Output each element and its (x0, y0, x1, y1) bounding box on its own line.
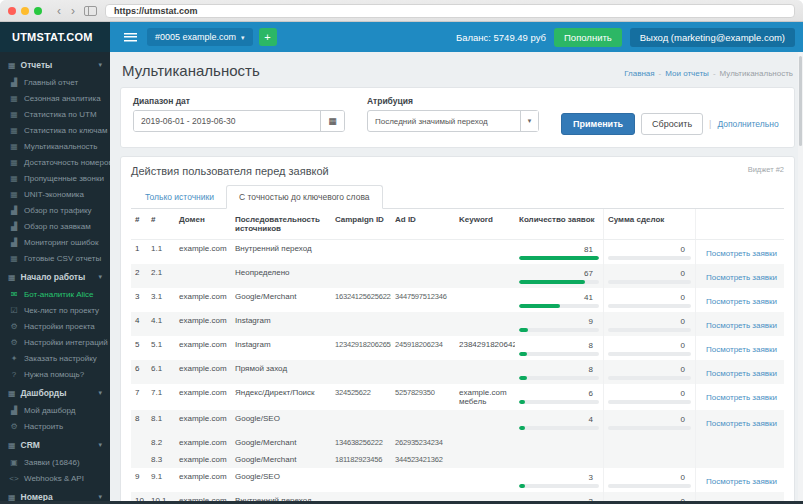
sidebar-item[interactable]: ▦Статистика по UTM (0, 106, 110, 122)
calendar-icon[interactable]: ▦ (320, 111, 344, 131)
ad-id-cell (391, 240, 455, 264)
sidebar-item-label: Статистика по UTM (24, 110, 97, 119)
scrollbar-thumb[interactable] (799, 56, 802, 146)
chevron-down-icon: ▾ (98, 61, 102, 69)
table-row[interactable]: 88.1example.comGoogle/SEO40Посмотреть за… (131, 410, 784, 434)
view-leads-link[interactable]: Посмотреть заявки (700, 292, 780, 306)
view-cell: Посмотреть заявки (695, 312, 784, 336)
project-selector[interactable]: #0005 example.com ▾ (147, 28, 253, 46)
table-row[interactable]: 22.1Неопределено670Посмотреть заявки (131, 264, 784, 288)
sidebar-section-header[interactable]: ▦Отчеты▾ (0, 54, 110, 74)
table-row[interactable]: 77.1example.comЯндекс/Директ/Поиск324525… (131, 384, 784, 410)
sidebar-item[interactable]: ▦Сезонная аналитика (0, 90, 110, 106)
sidebar-item[interactable]: ▦Пропущенные звонки (0, 170, 110, 186)
sidebar-item[interactable]: ▣Заявки (16846) (0, 454, 110, 470)
sidebar-item[interactable]: ▟Главный отчет (0, 74, 110, 90)
view-leads-link[interactable]: Посмотреть заявки (700, 388, 780, 402)
table-row[interactable]: 99.1example.comGoogle/SEO30Посмотреть за… (131, 468, 784, 492)
sidebar-item[interactable]: ⚙Настроить (0, 418, 110, 434)
sidebar-item[interactable]: ⚙Настройки интеграций (0, 334, 110, 350)
tab-inactive[interactable]: Только источники (133, 186, 226, 208)
sidebar-item[interactable]: ▦Статистика по ключам (0, 122, 110, 138)
table-row[interactable]: 8.2example.comGoogle/Merchant13463825622… (131, 434, 784, 451)
sidebar-item[interactable]: <>Webhooks & API (0, 470, 110, 486)
count-bar-track (519, 256, 599, 260)
count-bar (519, 280, 585, 284)
maximize-window-button[interactable] (34, 7, 42, 15)
date-range-input[interactable]: ▦ (133, 110, 345, 132)
apply-button[interactable]: Применить (561, 113, 635, 135)
table-row[interactable]: 11.1example.comВнутренний переход810Посм… (131, 240, 784, 264)
sum-bar-track (608, 280, 691, 284)
domain-cell: example.com (175, 410, 231, 434)
table-icon: ▦ (9, 142, 19, 151)
source-cell: Instagram (231, 312, 331, 336)
view-leads-link[interactable]: Посмотреть заявки (700, 414, 780, 428)
scrollbar[interactable] (798, 52, 803, 504)
group-number-cell: 7 (131, 384, 147, 410)
add-project-button[interactable]: + (259, 28, 277, 46)
leads-count-value: 3 (519, 473, 599, 482)
breadcrumb-link[interactable]: Главная (624, 69, 654, 78)
window-controls[interactable] (8, 7, 42, 15)
sidebar-section-header[interactable]: ▦Дашборды▾ (0, 382, 110, 402)
sidebar-item[interactable]: ▦Достаточность номеров (0, 154, 110, 170)
view-leads-link[interactable]: Посмотреть заявки (700, 340, 780, 354)
ad-id-cell (391, 360, 455, 384)
view-leads-link[interactable]: Посмотреть заявки (700, 268, 780, 282)
view-leads-link[interactable]: Посмотреть заявки (700, 364, 780, 378)
logout-button[interactable]: Выход (marketing@example.com) (630, 28, 795, 47)
grid-icon: ▦ (8, 441, 16, 450)
sidebar-item[interactable]: ▦UNIT-экономика (0, 186, 110, 202)
sidebar-item[interactable]: ▦Мультиканальность (0, 138, 110, 154)
view-leads-link[interactable]: Посмотреть заявки (700, 472, 780, 486)
app-logo[interactable]: UTMSTAT.COM (0, 22, 110, 52)
sidebar-section-header[interactable]: ▦CRM▾ (0, 434, 110, 454)
date-range-field[interactable] (134, 111, 320, 131)
deals-sum-value: 0 (608, 389, 691, 398)
topup-button[interactable]: Пополнить (554, 28, 622, 47)
sidebar-item[interactable]: ☑Чек-лист по проекту (0, 302, 110, 318)
sidebar-item[interactable]: ▟Обзор по трафику (0, 202, 110, 218)
table-row[interactable]: 55.1example.comInstagram1234291820626587… (131, 336, 784, 360)
chevron-down-icon: ▾ (98, 389, 102, 397)
sidebar-item[interactable]: ▟Обзор по заявкам (0, 218, 110, 234)
count-bar-track (519, 304, 599, 308)
sidebar-section-header[interactable]: ▦Начало работы▾ (0, 266, 110, 286)
view-leads-link[interactable]: Посмотреть заявки (700, 244, 780, 258)
sidebar-toggle-icon[interactable] (84, 6, 97, 16)
deals-sum-value: 0 (608, 317, 691, 326)
table-row[interactable]: 8.3example.comGoogle/Merchant18118292345… (131, 451, 784, 468)
table-icon: ▦ (9, 254, 19, 263)
leads-count-value: 9 (519, 317, 599, 326)
sum-bar-track (608, 484, 691, 488)
close-window-button[interactable] (8, 7, 16, 15)
sidebar-item[interactable]: ✦Заказать настройку (0, 350, 110, 366)
ad-id-cell (391, 312, 455, 336)
sidebar-item[interactable]: ⚙Настройки проекта (0, 318, 110, 334)
view-leads-link[interactable]: Посмотреть заявки (700, 316, 780, 330)
sub-number-cell: 7.1 (147, 384, 175, 410)
sub-number-cell: 8.1 (147, 410, 175, 434)
table-row[interactable]: 33.1example.comGoogle/Merchant1632412562… (131, 288, 784, 312)
hamburger-icon[interactable] (124, 33, 137, 42)
sidebar-item[interactable]: ?Нужна помощь? (0, 366, 110, 382)
breadcrumb-link[interactable]: Мои отчеты (665, 69, 709, 78)
leads-count-cell (515, 434, 603, 451)
reset-button[interactable]: Сбросить (641, 113, 703, 135)
attribution-select[interactable]: Последний значимый переход ▾ (367, 110, 539, 132)
domain-cell (175, 264, 231, 288)
forward-icon[interactable]: › (66, 5, 80, 17)
sidebar-item[interactable]: ✉Бот-аналитик Alice (0, 286, 110, 302)
sidebar-item[interactable]: ▟Мониторинг ошибок (0, 234, 110, 250)
sidebar-item[interactable]: ▦Готовые CSV отчеты (0, 250, 110, 266)
view-cell: Посмотреть заявки (695, 360, 784, 384)
sidebar-item[interactable]: ▟Мой дашборд (0, 402, 110, 418)
minimize-window-button[interactable] (21, 7, 29, 15)
tab-active[interactable]: С точностью до ключевого слова (226, 185, 383, 209)
url-bar[interactable]: https://utmstat.com (105, 4, 795, 18)
table-row[interactable]: 66.1example.comПрямой заход80Посмотреть … (131, 360, 784, 384)
advanced-link[interactable]: Дополнительно (717, 119, 778, 129)
back-icon[interactable]: ‹ (52, 5, 66, 17)
table-row[interactable]: 44.1example.comInstagram90Посмотреть зая… (131, 312, 784, 336)
